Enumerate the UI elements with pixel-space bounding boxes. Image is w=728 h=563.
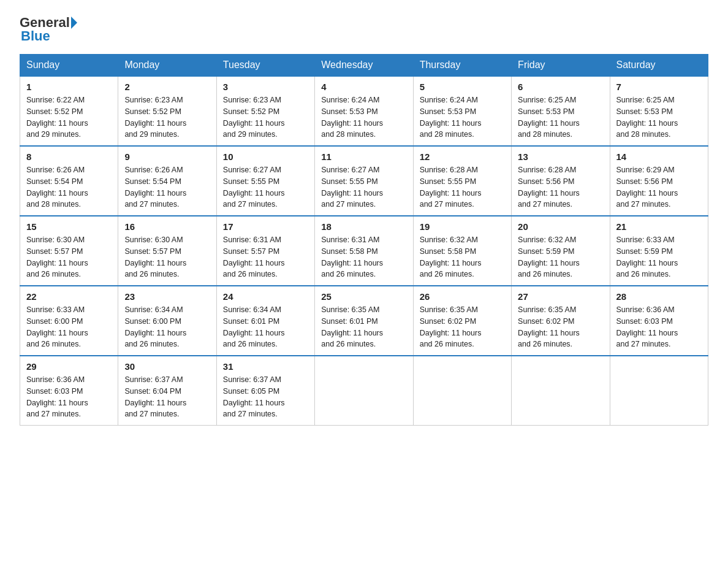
day-number: 6 bbox=[518, 82, 603, 92]
day-number: 11 bbox=[321, 151, 406, 162]
day-number: 10 bbox=[223, 151, 308, 162]
calendar-cell: 16 Sunrise: 6:30 AM Sunset: 5:57 PM Dayl… bbox=[118, 216, 216, 286]
logo-triangle-icon bbox=[71, 17, 77, 29]
calendar-cell bbox=[413, 356, 511, 426]
day-info: Sunrise: 6:32 AM Sunset: 5:58 PM Dayligh… bbox=[420, 234, 505, 280]
calendar-cell: 10 Sunrise: 6:27 AM Sunset: 5:55 PM Dayl… bbox=[216, 146, 314, 216]
calendar-table: SundayMondayTuesdayWednesdayThursdayFrid… bbox=[20, 54, 708, 426]
day-info: Sunrise: 6:34 AM Sunset: 6:01 PM Dayligh… bbox=[223, 304, 308, 350]
day-info: Sunrise: 6:25 AM Sunset: 5:53 PM Dayligh… bbox=[518, 94, 603, 140]
calendar-cell: 19 Sunrise: 6:32 AM Sunset: 5:58 PM Dayl… bbox=[413, 216, 511, 286]
day-info: Sunrise: 6:35 AM Sunset: 6:02 PM Dayligh… bbox=[518, 304, 603, 350]
calendar-cell: 20 Sunrise: 6:32 AM Sunset: 5:59 PM Dayl… bbox=[512, 216, 610, 286]
day-number: 14 bbox=[616, 151, 702, 162]
calendar-cell: 2 Sunrise: 6:23 AM Sunset: 5:52 PM Dayli… bbox=[118, 76, 216, 146]
day-number: 31 bbox=[223, 361, 308, 372]
calendar-cell bbox=[610, 356, 708, 426]
calendar-cell: 31 Sunrise: 6:37 AM Sunset: 6:05 PM Dayl… bbox=[216, 356, 314, 426]
day-info: Sunrise: 6:31 AM Sunset: 5:58 PM Dayligh… bbox=[321, 234, 406, 280]
calendar-cell bbox=[512, 356, 610, 426]
day-info: Sunrise: 6:24 AM Sunset: 5:53 PM Dayligh… bbox=[321, 94, 406, 140]
weekday-header-thursday: Thursday bbox=[413, 55, 511, 77]
calendar-cell: 1 Sunrise: 6:22 AM Sunset: 5:52 PM Dayli… bbox=[20, 76, 118, 146]
calendar-cell: 29 Sunrise: 6:36 AM Sunset: 6:03 PM Dayl… bbox=[20, 356, 118, 426]
day-number: 20 bbox=[518, 221, 603, 232]
day-number: 30 bbox=[124, 361, 210, 372]
calendar-cell: 30 Sunrise: 6:37 AM Sunset: 6:04 PM Dayl… bbox=[118, 356, 216, 426]
day-info: Sunrise: 6:34 AM Sunset: 6:00 PM Dayligh… bbox=[124, 304, 210, 350]
calendar-cell bbox=[315, 356, 413, 426]
calendar-cell: 8 Sunrise: 6:26 AM Sunset: 5:54 PM Dayli… bbox=[20, 146, 118, 216]
day-number: 25 bbox=[321, 291, 406, 302]
weekday-header-wednesday: Wednesday bbox=[315, 55, 413, 77]
day-number: 2 bbox=[124, 82, 210, 92]
day-info: Sunrise: 6:37 AM Sunset: 6:04 PM Dayligh… bbox=[124, 374, 210, 420]
calendar-week-4: 22 Sunrise: 6:33 AM Sunset: 6:00 PM Dayl… bbox=[20, 286, 708, 356]
calendar-cell: 25 Sunrise: 6:35 AM Sunset: 6:01 PM Dayl… bbox=[315, 286, 413, 356]
calendar-cell: 27 Sunrise: 6:35 AM Sunset: 6:02 PM Dayl… bbox=[512, 286, 610, 356]
day-info: Sunrise: 6:27 AM Sunset: 5:55 PM Dayligh… bbox=[223, 164, 308, 210]
logo-blue-text: Blue bbox=[20, 28, 50, 44]
calendar-cell: 7 Sunrise: 6:25 AM Sunset: 5:53 PM Dayli… bbox=[610, 76, 708, 146]
day-number: 27 bbox=[518, 291, 603, 302]
day-info: Sunrise: 6:30 AM Sunset: 5:57 PM Dayligh… bbox=[124, 234, 210, 280]
day-number: 9 bbox=[124, 151, 210, 162]
calendar-cell: 17 Sunrise: 6:31 AM Sunset: 5:57 PM Dayl… bbox=[216, 216, 314, 286]
calendar-week-3: 15 Sunrise: 6:30 AM Sunset: 5:57 PM Dayl… bbox=[20, 216, 708, 286]
calendar-cell: 28 Sunrise: 6:36 AM Sunset: 6:03 PM Dayl… bbox=[610, 286, 708, 356]
day-info: Sunrise: 6:23 AM Sunset: 5:52 PM Dayligh… bbox=[223, 94, 308, 140]
calendar-week-1: 1 Sunrise: 6:22 AM Sunset: 5:52 PM Dayli… bbox=[20, 76, 708, 146]
weekday-header-row: SundayMondayTuesdayWednesdayThursdayFrid… bbox=[20, 55, 708, 77]
calendar-cell: 14 Sunrise: 6:29 AM Sunset: 5:56 PM Dayl… bbox=[610, 146, 708, 216]
day-info: Sunrise: 6:25 AM Sunset: 5:53 PM Dayligh… bbox=[616, 94, 702, 140]
day-number: 18 bbox=[321, 221, 406, 232]
day-number: 8 bbox=[26, 151, 112, 162]
day-number: 5 bbox=[420, 82, 505, 92]
calendar-cell: 18 Sunrise: 6:31 AM Sunset: 5:58 PM Dayl… bbox=[315, 216, 413, 286]
calendar-cell: 23 Sunrise: 6:34 AM Sunset: 6:00 PM Dayl… bbox=[118, 286, 216, 356]
day-number: 19 bbox=[420, 221, 505, 232]
calendar-cell: 5 Sunrise: 6:24 AM Sunset: 5:53 PM Dayli… bbox=[413, 76, 511, 146]
day-info: Sunrise: 6:26 AM Sunset: 5:54 PM Dayligh… bbox=[26, 164, 112, 210]
weekday-header-monday: Monday bbox=[118, 55, 216, 77]
day-info: Sunrise: 6:35 AM Sunset: 6:02 PM Dayligh… bbox=[420, 304, 505, 350]
day-info: Sunrise: 6:24 AM Sunset: 5:53 PM Dayligh… bbox=[420, 94, 505, 140]
day-info: Sunrise: 6:36 AM Sunset: 6:03 PM Dayligh… bbox=[616, 304, 702, 350]
day-number: 12 bbox=[420, 151, 505, 162]
weekday-header-saturday: Saturday bbox=[610, 55, 708, 77]
day-number: 7 bbox=[616, 82, 702, 92]
day-info: Sunrise: 6:33 AM Sunset: 6:00 PM Dayligh… bbox=[26, 304, 112, 350]
day-number: 29 bbox=[26, 361, 112, 372]
calendar-cell: 13 Sunrise: 6:28 AM Sunset: 5:56 PM Dayl… bbox=[512, 146, 610, 216]
day-number: 28 bbox=[616, 291, 702, 302]
day-info: Sunrise: 6:22 AM Sunset: 5:52 PM Dayligh… bbox=[26, 94, 112, 140]
day-info: Sunrise: 6:31 AM Sunset: 5:57 PM Dayligh… bbox=[223, 234, 308, 280]
calendar-cell: 26 Sunrise: 6:35 AM Sunset: 6:02 PM Dayl… bbox=[413, 286, 511, 356]
day-number: 24 bbox=[223, 291, 308, 302]
weekday-header-sunday: Sunday bbox=[20, 55, 118, 77]
calendar-cell: 12 Sunrise: 6:28 AM Sunset: 5:55 PM Dayl… bbox=[413, 146, 511, 216]
calendar-week-2: 8 Sunrise: 6:26 AM Sunset: 5:54 PM Dayli… bbox=[20, 146, 708, 216]
calendar-cell: 6 Sunrise: 6:25 AM Sunset: 5:53 PM Dayli… bbox=[512, 76, 610, 146]
day-info: Sunrise: 6:27 AM Sunset: 5:55 PM Dayligh… bbox=[321, 164, 406, 210]
day-number: 13 bbox=[518, 151, 603, 162]
calendar-cell: 11 Sunrise: 6:27 AM Sunset: 5:55 PM Dayl… bbox=[315, 146, 413, 216]
calendar-cell: 4 Sunrise: 6:24 AM Sunset: 5:53 PM Dayli… bbox=[315, 76, 413, 146]
day-number: 21 bbox=[616, 221, 702, 232]
day-number: 22 bbox=[26, 291, 112, 302]
calendar-cell: 3 Sunrise: 6:23 AM Sunset: 5:52 PM Dayli… bbox=[216, 76, 314, 146]
logo: General Blue bbox=[20, 15, 77, 44]
day-info: Sunrise: 6:28 AM Sunset: 5:56 PM Dayligh… bbox=[518, 164, 603, 210]
day-info: Sunrise: 6:36 AM Sunset: 6:03 PM Dayligh… bbox=[26, 374, 112, 420]
calendar-cell: 24 Sunrise: 6:34 AM Sunset: 6:01 PM Dayl… bbox=[216, 286, 314, 356]
day-number: 23 bbox=[124, 291, 210, 302]
day-info: Sunrise: 6:23 AM Sunset: 5:52 PM Dayligh… bbox=[124, 94, 210, 140]
day-info: Sunrise: 6:28 AM Sunset: 5:55 PM Dayligh… bbox=[420, 164, 505, 210]
day-number: 1 bbox=[26, 82, 112, 92]
day-number: 15 bbox=[26, 221, 112, 232]
day-info: Sunrise: 6:30 AM Sunset: 5:57 PM Dayligh… bbox=[26, 234, 112, 280]
day-info: Sunrise: 6:33 AM Sunset: 5:59 PM Dayligh… bbox=[616, 234, 702, 280]
day-info: Sunrise: 6:29 AM Sunset: 5:56 PM Dayligh… bbox=[616, 164, 702, 210]
day-info: Sunrise: 6:26 AM Sunset: 5:54 PM Dayligh… bbox=[124, 164, 210, 210]
calendar-cell: 22 Sunrise: 6:33 AM Sunset: 6:00 PM Dayl… bbox=[20, 286, 118, 356]
